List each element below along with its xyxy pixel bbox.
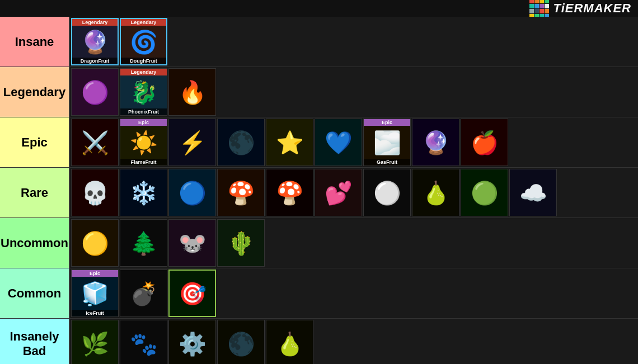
item-icon-rare-0: 💀 [81,182,109,204]
item-icon-insanely-bad-0: 🌿 [81,333,109,355]
logo-cell-10 [540,9,544,13]
logo-cell-7 [545,4,549,8]
item-epic-8[interactable]: 🍎 [461,119,508,166]
item-icon-epic-3: 🌑 [227,131,255,154]
logo-cell-5 [534,4,539,8]
item-icon-legendary-1: 🐉 [130,81,158,103]
tier-row-common: CommonEpic🧊IceFruit💣🎯 [0,268,638,319]
logo-cell-11 [545,9,549,13]
item-icon-rare-7: 🍐 [422,182,450,204]
item-uncommon-0[interactable]: 🟡 [71,219,119,267]
item-epic-4[interactable]: ⭐ [266,119,313,166]
item-name-epic-6: GasFruit [364,159,410,166]
item-insane-0[interactable]: Legendary🔮DragonFruit [71,18,119,65]
item-epic-2[interactable]: ⚡ [168,119,216,166]
item-icon-epic-0: ⚔️ [81,131,109,154]
item-rare-9[interactable]: ☁️ [509,169,557,216]
item-epic-5[interactable]: 💙 [315,119,362,166]
logo-cell-4 [529,4,534,8]
item-uncommon-2[interactable]: 🐭 [168,219,216,267]
tier-items-legendary: 🟣Legendary🐉PhoenixFruit🔥 [70,67,638,117]
item-rare-1[interactable]: ❄️ [120,169,167,216]
item-badge-epic-6: Epic [364,119,410,126]
header: TiERMAKER [0,0,638,17]
item-name-common-0: IceFruit [72,310,118,316]
item-common-0[interactable]: Epic🧊IceFruit [71,270,119,317]
item-epic-1[interactable]: Epic☀️FlameFruit [120,119,167,166]
logo-cell-6 [540,4,544,8]
tier-label-uncommon: Uncommon [0,218,70,268]
item-epic-7[interactable]: 🔮 [412,119,459,166]
item-icon-insanely-bad-2: ⚙️ [179,333,207,355]
tier-items-insanely-bad: 🌿🐾⚙️🌑🍐 [70,319,638,364]
logo-cell-8 [529,9,534,13]
item-icon-epic-5: 💙 [325,131,353,154]
item-icon-common-1: 💣 [130,282,158,305]
item-icon-epic-4: ⭐ [276,131,304,154]
item-icon-rare-4: 🍄 [276,182,304,204]
tier-label-epic: Epic [0,117,70,167]
tier-label-insanely-bad: Insanely Bad [0,319,70,364]
item-icon-rare-2: 🔵 [179,182,207,204]
item-icon-epic-6: 🌫️ [373,131,401,154]
tier-row-epic: Epic⚔️Epic☀️FlameFruit⚡🌑⭐💙Epic🌫️GasFruit… [0,117,638,168]
item-insanely-bad-3[interactable]: 🌑 [217,320,265,364]
tiermaker-logo: TiERMAKER [529,0,631,18]
logo-cell-0 [529,0,534,3]
item-epic-0[interactable]: ⚔️ [71,119,119,166]
item-legendary-2[interactable]: 🔥 [168,68,216,116]
item-insane-1[interactable]: Legendary🌀DoughFruit [120,18,167,65]
item-common-2[interactable]: 🎯 [168,270,216,317]
item-rare-0[interactable]: 💀 [71,169,119,216]
logo-grid [529,0,549,18]
tier-items-uncommon: 🟡🌲🐭🌵 [70,218,638,268]
tier-row-rare: Rare💀❄️🔵🍄🍄💕⚪🍐🟢☁️ [0,168,638,218]
item-icon-insanely-bad-3: 🌑 [227,333,255,355]
item-rare-7[interactable]: 🍐 [412,169,459,216]
item-common-1[interactable]: 💣 [120,270,167,317]
logo-cell-2 [540,0,544,3]
item-icon-insanely-bad-1: 🐾 [130,333,158,355]
item-icon-epic-1: ☀️ [130,131,158,154]
item-icon-common-2: 🎯 [179,282,207,305]
item-icon-uncommon-0: 🟡 [81,232,109,254]
item-insanely-bad-4[interactable]: 🍐 [266,320,313,364]
main-container: TiERMAKER InsaneLegendary🔮DragonFruitLeg… [0,0,638,364]
item-rare-2[interactable]: 🔵 [168,169,216,216]
item-icon-common-0: 🧊 [81,282,109,305]
item-icon-rare-9: ☁️ [519,182,547,204]
tier-items-insane: Legendary🔮DragonFruitLegendary🌀DoughFrui… [70,17,638,67]
item-icon-rare-5: 💕 [325,182,353,204]
item-name-legendary-1: PhoenixFruit [120,108,167,115]
item-rare-5[interactable]: 💕 [315,169,362,216]
item-icon-insanely-bad-4: 🍐 [276,333,304,355]
item-insanely-bad-2[interactable]: ⚙️ [168,320,216,364]
item-badge-common-0: Epic [72,270,118,277]
item-rare-6[interactable]: ⚪ [363,169,411,216]
item-icon-legendary-2: 🔥 [179,81,207,103]
tier-label-common: Common [0,268,70,318]
tier-items-common: Epic🧊IceFruit💣🎯 [70,268,638,318]
item-rare-8[interactable]: 🟢 [461,169,508,216]
item-epic-6[interactable]: Epic🌫️GasFruit [363,119,411,166]
item-insanely-bad-0[interactable]: 🌿 [71,320,119,364]
item-legendary-1[interactable]: Legendary🐉PhoenixFruit [120,68,167,116]
item-icon-legendary-0: 🟣 [81,81,109,103]
tier-row-uncommon: Uncommon🟡🌲🐭🌵 [0,218,638,268]
item-uncommon-1[interactable]: 🌲 [120,219,167,267]
tier-label-legendary: Legendary [0,67,70,117]
item-icon-insane-0: 🔮 [81,31,109,53]
item-rare-3[interactable]: 🍄 [217,169,265,216]
item-legendary-0[interactable]: 🟣 [71,68,119,116]
item-epic-3[interactable]: 🌑 [217,119,265,166]
item-icon-rare-8: 🟢 [471,182,499,204]
item-icon-epic-8: 🍎 [471,131,499,154]
logo-cell-3 [545,0,549,3]
tiermaker-title: TiERMAKER [553,1,631,16]
item-uncommon-3[interactable]: 🌵 [217,219,265,267]
item-insanely-bad-1[interactable]: 🐾 [120,320,167,364]
item-rare-4[interactable]: 🍄 [266,169,313,216]
item-name-epic-1: FlameFruit [120,159,167,166]
tier-items-epic: ⚔️Epic☀️FlameFruit⚡🌑⭐💙Epic🌫️GasFruit🔮🍎 [70,117,638,167]
tier-label-rare: Rare [0,168,70,218]
